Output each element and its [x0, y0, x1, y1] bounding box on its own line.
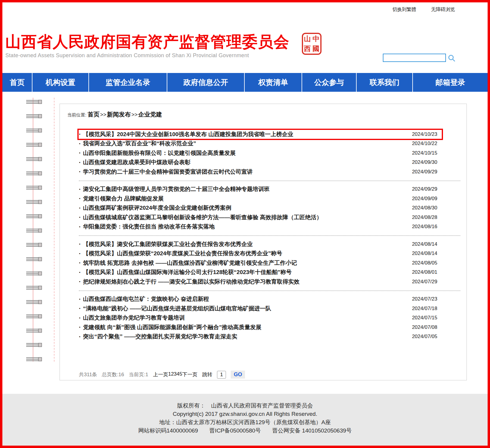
news-title-link[interactable]: 【模范风采】2024中国大企业创新100强名单发布 山西建投集团为我省唯一上榜企…	[83, 130, 412, 138]
nav-item-duty-list[interactable]: 权责清单	[244, 73, 302, 92]
bullet-icon: ·	[79, 195, 81, 202]
news-title-link[interactable]: 筑牢防线 拓宽思路 去掉包袱 ——山西焦煤汾西矿业柳湾矿党建引领安全生产工作小记	[83, 259, 412, 267]
news-title-link[interactable]: 突出“四个聚焦” ——交控集团扎实开展党纪学习教育走深走实	[83, 333, 412, 340]
nav-item-gov-info-disclosure[interactable]: 政府信息公开	[167, 73, 244, 92]
news-item: ·把纪律规矩烙刻在心践之于行 ——潞安化工集团以实际行动推动党纪学习教育取得实效…	[79, 277, 460, 287]
bullet-icon: ·	[79, 131, 81, 138]
news-title-link[interactable]: 山西华阳集团新能股份有限公司：以党建引领国企高质量发展	[83, 149, 412, 157]
footer-copyright: Copyright(c) 2017 gzw.shanxi.gov.cn All …	[2, 410, 488, 418]
news-date: 2024/09/30	[412, 159, 437, 165]
go-button[interactable]: GO	[231, 371, 245, 379]
search-input[interactable]	[383, 54, 446, 62]
news-item: ·我省两企业入选“双百企业”和“科改示范企业”2024/10/22	[79, 139, 460, 149]
seal-char: 山	[304, 34, 311, 43]
spiral-binding-clip-icon	[26, 328, 43, 333]
news-title-link[interactable]: 潞安化工集团中高级管理人员学习贯彻党的二十届三中全会精神专题培训班	[83, 185, 412, 193]
news-date: 2024/08/14	[412, 251, 437, 256]
switch-traditional-link[interactable]: 切换到繁體	[392, 7, 416, 13]
nav-item-public-participation[interactable]: 公众参与	[302, 73, 356, 92]
news-item: ·筑牢防线 拓宽思路 去掉包袱 ——山西焦煤汾西矿业柳湾矿党建引领安全生产工作小…	[79, 258, 460, 268]
news-item: ·【模范风采】潞安化工集团荣获煤炭工业社会责任报告发布优秀企业2024/08/1…	[79, 239, 460, 249]
news-title-link[interactable]: 山西焦煤镇城底矿仪器监测工马黎明创新设备维护方法——看听查修验 高效排故障（工匠…	[83, 214, 412, 221]
news-list: ·【模范风采】2024中国大企业创新100强名单发布 山西建投集团为我省唯一上榜…	[79, 130, 460, 341]
news-item: ·华阳集团党委：强化责任担当 推动改革任务落实落地2024/08/16	[79, 222, 460, 232]
news-title-link[interactable]: 我省两企业入选“双百企业”和“科改示范企业”	[83, 140, 412, 147]
news-date: 2024/08/05	[412, 260, 437, 266]
spiral-binding-clip-icon	[26, 185, 43, 190]
footer-address: 地址：山西省太原市万柏林区滨河西路129号（原焦煤双创基地）A座	[2, 418, 488, 427]
site-title: 山西省人民政府国有资产监督管理委员会	[5, 32, 289, 52]
news-item: ·学习贯彻党的二十届三中全会精神省国资委宣讲团在云时代公司宣讲2024/09/2…	[79, 167, 460, 177]
bullet-icon: ·	[79, 305, 81, 312]
news-title-link[interactable]: 【模范风采】潞安化工集团荣获煤炭工业社会责任报告发布优秀企业	[83, 240, 412, 248]
jump-page-input[interactable]	[217, 371, 226, 379]
news-item: ·山西焦煤党建思政成果受到中煤政研会表彰2024/09/30	[79, 158, 460, 167]
news-title-link[interactable]: 党建引领聚合力 品牌赋能促发展	[83, 195, 412, 203]
content-panel: 当前位置: 首页>>新闻发布>>企业党建 ·【模范风采】2024中国大企业创新1…	[60, 104, 467, 380]
spiral-binding-clip-icon	[26, 99, 43, 104]
news-date: 2024/07/29	[412, 279, 437, 285]
spiral-binding-clip-icon	[26, 357, 43, 362]
next-page-link[interactable]: 下一页	[182, 371, 197, 378]
bullet-icon: ·	[79, 168, 81, 175]
news-date: 2024/07/15	[412, 315, 437, 321]
spiral-binding-clip-icon	[26, 200, 43, 204]
seal-char: 國	[313, 44, 319, 53]
news-title-link[interactable]: 山西焦煤党建思政成果受到中煤政研会表彰	[83, 158, 412, 166]
spiral-binding-clip-icon	[26, 142, 43, 147]
bullet-icon: ·	[79, 296, 81, 303]
nav-item-supervised-enterprises[interactable]: 监管企业名录	[88, 73, 167, 92]
breadcrumb-link[interactable]: 首页	[88, 111, 99, 118]
spiral-binding-clip-icon	[26, 314, 43, 319]
prev-page-link[interactable]: 上一页	[153, 371, 168, 378]
breadcrumb-link[interactable]: 企业党建	[138, 111, 162, 118]
news-title-link[interactable]: 学习贯彻党的二十届三中全会精神省国资委宣讲团在云时代公司宣讲	[83, 168, 412, 176]
notebook-dashed-line	[54, 98, 54, 362]
page-number-links[interactable]: 12345	[168, 371, 182, 378]
news-title-link[interactable]: 【模范风采】山西焦煤山煤国际海洋运输分公司太行128轮获“2023年十佳船舶”称…	[83, 268, 412, 276]
news-title-link[interactable]: 把纪律规矩烙刻在心践之于行 ——潞安化工集团以实际行动推动党纪学习教育取得实效	[83, 278, 412, 286]
news-item: ·山西焦煤镇城底矿仪器监测工马黎明创新设备维护方法——看听查修验 高效排故障（工…	[79, 213, 460, 222]
news-title-link[interactable]: 山西焦煤西山煤电屯兰矿：党旗映初心 奋进启新程	[83, 295, 412, 303]
group-divider	[79, 290, 460, 291]
spiral-binding-clip-icon	[26, 128, 43, 133]
news-title-link[interactable]: 【模范风采】山西焦煤荣获“2024年度煤炭工业社会责任报告发布优秀企业”称号	[83, 250, 412, 257]
bullet-icon: ·	[79, 159, 81, 166]
news-date: 2024/07/23	[412, 296, 437, 302]
breadcrumb-link[interactable]: 新闻发布	[107, 111, 131, 118]
news-date: 2024/08/01	[412, 269, 437, 275]
bullet-icon: ·	[79, 150, 81, 156]
news-date: 2024/10/15	[412, 150, 437, 156]
news-title-link[interactable]: 华阳集团党委：强化责任担当 推动改革任务落实落地	[83, 223, 412, 231]
news-item: ·【模范风采】山西焦煤荣获“2024年度煤炭工业社会责任报告发布优秀企业”称号2…	[79, 249, 460, 259]
news-date: 2024/08/14	[412, 241, 437, 247]
seal-char: 中	[313, 34, 319, 43]
spiral-binding-clip-icon	[26, 157, 43, 161]
pagination: 共311条 总页数:16 当前页:1 上一页 12345 下一页 跳转 GO	[79, 371, 245, 379]
accessibility-link[interactable]: 无障碍浏览	[431, 7, 455, 13]
nav-item-contact-us[interactable]: 联系我们	[356, 73, 412, 92]
news-title-link[interactable]: 山西焦煤两矿案例获评2024年度全国企业党建创新优秀案例	[83, 204, 412, 212]
nav-item-mail-login[interactable]: 邮箱登录	[412, 73, 488, 92]
official-seal-icon: 山 中 西 國	[302, 33, 322, 55]
nav-item-home[interactable]: 首页	[2, 73, 32, 92]
news-date: 2024/08/16	[412, 224, 437, 230]
footer-copyright-owner: 版权所有： 山西省人民政府国有资产监督管理委员会	[2, 402, 488, 410]
bullet-icon: ·	[79, 205, 81, 211]
spiral-binding-clip-icon	[26, 343, 43, 347]
news-title-link[interactable]: “满格电能”践初心 ——记山西焦煤先进基层党组织西山煤电官地矿掘进一队	[83, 305, 412, 312]
news-date: 2024/10/22	[412, 141, 437, 147]
nav-item-org-setup[interactable]: 机构设置	[32, 73, 88, 92]
page-links: 上一页 12345 下一页	[153, 371, 197, 378]
news-item: ·潞安化工集团中高级管理人员学习贯彻党的二十届三中全会精神专题培训班2024/0…	[79, 185, 460, 194]
news-date: 2024/08/28	[412, 214, 437, 220]
search-icon[interactable]	[448, 54, 455, 63]
news-title-link[interactable]: 山西文旅集团举办党纪学习教育专题培训	[83, 314, 412, 322]
news-item: ·山西焦煤西山煤电屯兰矿：党旗映初心 奋进启新程2024/07/23	[79, 295, 460, 304]
news-date: 2024/07/05	[412, 334, 437, 340]
spiral-binding-clip-icon	[26, 285, 43, 290]
news-date: 2024/07/08	[412, 324, 437, 330]
bullet-icon: ·	[79, 186, 81, 193]
news-title-link[interactable]: 党建领航 向“新”图强 山西国际能源集团创新“两个融合”推动高质量发展	[83, 323, 412, 331]
spiral-binding-clip-icon	[26, 271, 43, 276]
